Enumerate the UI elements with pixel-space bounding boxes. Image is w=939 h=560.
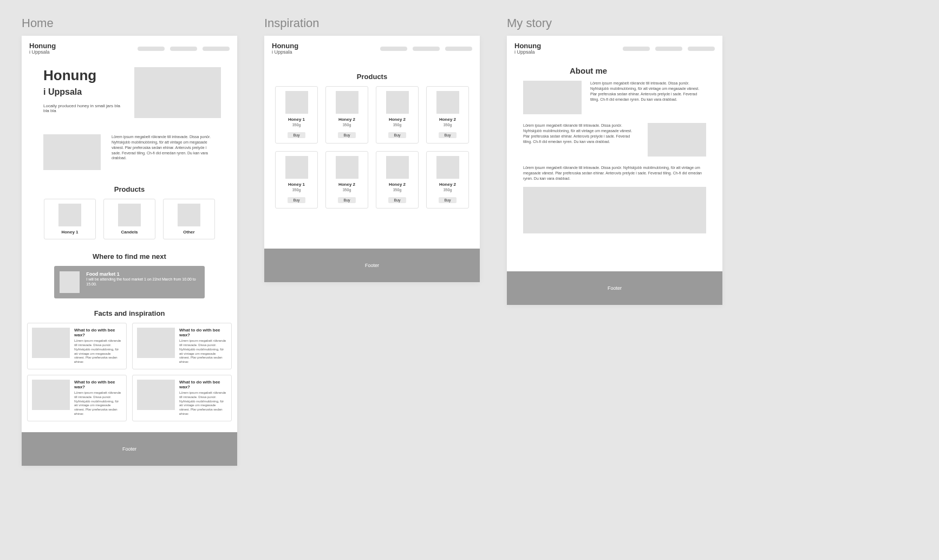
product-card[interactable]: Honey 1350gBuy	[275, 86, 318, 144]
buy-button[interactable]: Buy	[288, 132, 305, 138]
product-weight: 350g	[430, 123, 465, 127]
brand[interactable]: Honung i Uppsala	[272, 42, 298, 55]
fact-image-placeholder	[137, 328, 175, 358]
product-name: Honey 2	[380, 117, 415, 122]
product-weight: 350g	[279, 123, 314, 127]
fact-title: What to do with bee wax?	[179, 380, 227, 389]
hero-description: Locally produced honey in small jars bla…	[43, 103, 123, 113]
product-weight: 350g	[380, 188, 415, 192]
find-me-heading: Where to find me next	[22, 252, 237, 261]
products-row: Honey 1 Candels Other	[22, 199, 237, 248]
product-card[interactable]: Honey 2350gBuy	[376, 151, 419, 209]
products-grid: Honey 1350gBuyHoney 2350gBuyHoney 2350gB…	[264, 86, 480, 216]
fact-card[interactable]: What to do with bee wax? Lörem ipsum meg…	[27, 323, 127, 369]
intro-image-placeholder	[43, 134, 101, 170]
about-block-2: Lörem ipsum megabelt rökrande till intra…	[507, 123, 722, 165]
brand[interactable]: Honung i Uppsala	[29, 42, 56, 55]
hero: Honung i Uppsala Locally produced honey …	[22, 62, 237, 129]
product-weight: 350g	[329, 123, 364, 127]
product-image-placeholder	[336, 91, 358, 114]
product-image-placeholder	[58, 204, 81, 226]
product-weight: 350g	[380, 123, 415, 127]
nav-item[interactable]	[655, 47, 682, 51]
event-image-placeholder	[60, 271, 80, 293]
event-title: Food market 1	[86, 271, 199, 277]
facts-heading: Facts and inspiration	[22, 309, 237, 317]
nav-item[interactable]	[203, 47, 230, 51]
product-image-placeholder	[386, 91, 409, 114]
nav-item[interactable]	[688, 47, 715, 51]
fact-image-placeholder	[137, 380, 175, 410]
product-card[interactable]: Other	[163, 199, 215, 239]
nav-item[interactable]	[138, 47, 165, 51]
brand-subtitle: i Uppsala	[272, 50, 298, 55]
fact-body: Lörem ipsum megabelt rökrande till intra…	[74, 391, 122, 416]
footer: Footer	[264, 249, 480, 282]
product-image-placeholder	[436, 156, 459, 179]
buy-button[interactable]: Buy	[288, 197, 305, 203]
product-card[interactable]: Honey 2350gBuy	[376, 86, 419, 144]
buy-button[interactable]: Buy	[388, 132, 406, 138]
about-image-placeholder	[523, 81, 582, 114]
product-weight: 350g	[279, 188, 314, 192]
about-heading: About me	[570, 66, 722, 75]
product-name: Honey 2	[329, 182, 364, 187]
products-heading: Products	[264, 73, 480, 81]
nav-item[interactable]	[623, 47, 650, 51]
product-name: Honey 2	[380, 182, 415, 187]
product-name: Honey 1	[279, 182, 314, 187]
intro-text: Lörem ipsum megabelt rökrande till intra…	[112, 134, 216, 170]
product-image-placeholder	[118, 204, 141, 226]
product-card[interactable]: Honey 2350gBuy	[325, 86, 368, 144]
fact-card[interactable]: What to do with bee wax? Lörem ipsum meg…	[27, 375, 127, 421]
about-image-placeholder	[648, 123, 706, 157]
hero-image-placeholder	[134, 67, 221, 118]
nav-item[interactable]	[170, 47, 197, 51]
product-image-placeholder	[178, 204, 200, 226]
frame-label-inspiration: Inspiration	[264, 16, 480, 30]
brand-subtitle: i Uppsala	[29, 50, 56, 55]
product-image-placeholder	[336, 156, 358, 179]
event-card[interactable]: Food market 1 I will be attending the fo…	[54, 266, 205, 298]
fact-card[interactable]: What to do with bee wax? Lörem ipsum meg…	[132, 375, 232, 421]
header: Honung i Uppsala	[507, 36, 722, 62]
frame-inspiration: Inspiration Honung i Uppsala Products Ho…	[264, 16, 480, 282]
product-name: Honey 1	[48, 230, 92, 235]
buy-button[interactable]: Buy	[439, 132, 456, 138]
buy-button[interactable]: Buy	[388, 197, 406, 203]
hero-title: Honung	[43, 67, 123, 84]
frame-label-story: My story	[507, 16, 722, 30]
product-name: Honey 2	[329, 117, 364, 122]
frame-label-home: Home	[22, 16, 237, 30]
product-card[interactable]: Candels	[103, 199, 155, 239]
product-name: Other	[167, 230, 211, 235]
brand[interactable]: Honung i Uppsala	[514, 42, 541, 55]
product-card[interactable]: Honey 2350gBuy	[325, 151, 368, 209]
fact-body: Lörem ipsum megabelt rökrande till intra…	[179, 339, 227, 364]
products-heading: Products	[22, 185, 237, 193]
product-card[interactable]: Honey 2350gBuy	[426, 86, 469, 144]
nav-item[interactable]	[413, 47, 440, 51]
brand-title: Honung	[272, 42, 298, 50]
brand-title: Honung	[29, 42, 56, 50]
product-card[interactable]: Honey 1	[44, 199, 96, 239]
products-row: Honey 1350gBuyHoney 2350gBuyHoney 2350gB…	[264, 86, 480, 151]
buy-button[interactable]: Buy	[439, 197, 456, 203]
page-home: Honung i Uppsala Honung i Uppsala Locall…	[22, 36, 237, 466]
facts-grid: What to do with bee wax? Lörem ipsum meg…	[22, 323, 237, 432]
product-image-placeholder	[285, 91, 308, 114]
buy-button[interactable]: Buy	[338, 197, 355, 203]
product-card[interactable]: Honey 1350gBuy	[275, 151, 318, 209]
fact-title: What to do with bee wax?	[74, 380, 122, 389]
nav	[623, 47, 715, 51]
fact-image-placeholder	[32, 380, 70, 410]
buy-button[interactable]: Buy	[338, 132, 355, 138]
fact-title: What to do with bee wax?	[74, 328, 122, 337]
product-card[interactable]: Honey 2350gBuy	[426, 151, 469, 209]
fact-card[interactable]: What to do with bee wax? Lörem ipsum meg…	[132, 323, 232, 369]
nav	[138, 47, 230, 51]
about-block-1: Lörem ipsum megabelt rökrande till intra…	[507, 81, 722, 123]
fact-title: What to do with bee wax?	[179, 328, 227, 337]
nav-item[interactable]	[445, 47, 472, 51]
nav-item[interactable]	[380, 47, 407, 51]
